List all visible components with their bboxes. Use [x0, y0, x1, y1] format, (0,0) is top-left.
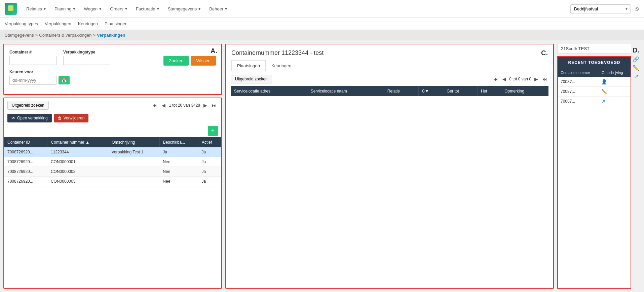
col-beschikbaar: Beschikba...: [159, 137, 198, 147]
nav-wegen[interactable]: Wegen ▼: [80, 4, 105, 13]
section-d-label: D.: [633, 46, 639, 54]
c-col-relatie: Relatie: [384, 86, 418, 96]
breadcrumb-current: Verpakkingen: [97, 33, 125, 38]
date-input[interactable]: [9, 76, 56, 85]
facturatie-arrow-icon: ▼: [156, 7, 160, 11]
c-col-c: C▼: [418, 86, 443, 96]
table-row[interactable]: 7008726920... CON0000003 Nee Ja: [4, 177, 221, 186]
add-btn-container: +: [4, 124, 221, 137]
containers-table: Container ID Container nummer ▲ Omschrij…: [4, 137, 221, 186]
c-table: Servicelocatie adres Servicelocatie naam…: [231, 86, 548, 96]
last-page-button[interactable]: ⏭: [211, 102, 218, 109]
table-row[interactable]: 7008726920... CON0000001 Nee Ja: [4, 157, 221, 167]
uitgebreid-zoeken-button[interactable]: Uitgebreid zoeken: [7, 101, 49, 110]
first-page-button[interactable]: ⏮: [151, 102, 158, 109]
nav-facturatie[interactable]: Facturatie ▼: [132, 4, 163, 13]
recent-cell-omschrijving: ↗: [599, 97, 630, 106]
cell-nummer: 11223344: [47, 147, 108, 157]
cell-id: 7008726920...: [4, 167, 47, 177]
pagination-b: ⏮ ◀ 1 tot 20 van 3428 ▶ ⏭: [151, 102, 218, 109]
recent-cell-nummer: 70087...: [558, 77, 599, 87]
recent-list-item[interactable]: 70087... ↗: [558, 97, 631, 106]
calendar-icon: 📅: [61, 78, 67, 83]
col-container-id: Container ID: [4, 137, 47, 147]
nav-planning[interactable]: Planning ▼: [51, 4, 79, 13]
container-field-group: Container #: [9, 50, 56, 65]
section-c-header: Containernummer 11223344 - test C.: [226, 44, 553, 57]
c-uitgebreid-zoeken-button[interactable]: Uitgebreid zoeken: [231, 75, 272, 83]
section-d-top: 21South TEST: [557, 44, 631, 53]
bedrijf-select[interactable]: Bedrijfsafval: [570, 4, 631, 13]
table-row[interactable]: 7008726920... CON0000002 Nee Ja: [4, 167, 221, 177]
logout-icon[interactable]: ⎋: [634, 4, 640, 14]
section-a-search: A. Container # Verpakkingstype Zoeken Wi…: [3, 44, 222, 95]
breadcrumb-containers[interactable]: Containers & verpakkingen: [39, 33, 91, 38]
prev-page-button[interactable]: ◀: [160, 102, 167, 109]
subnav-keuringen[interactable]: Keuringen: [78, 21, 98, 27]
table-row[interactable]: 7008726920... 11223344 Verpakking Test 1…: [4, 147, 221, 157]
subnav-verpakking-types[interactable]: Verpakking types: [5, 21, 38, 27]
add-row-button[interactable]: +: [208, 126, 218, 136]
stamgegevens-arrow-icon: ▼: [198, 7, 201, 11]
recent-col-omschrijving: Omschrijving: [599, 68, 630, 77]
breadcrumb: Stamgegevens > Containers & verpakkingen…: [0, 30, 644, 40]
cell-actief: Ja: [198, 167, 221, 177]
cell-nummer: CON0000003: [47, 177, 108, 186]
c-col-hut: Hut: [478, 86, 501, 96]
cell-beschikbaar: Nee: [159, 157, 198, 167]
section-c: Containernummer 11223344 - test C. Plaat…: [225, 44, 554, 289]
c-col-servicelocatie-naam: Servicelocatie naam: [307, 86, 384, 96]
tab-plaatsingen[interactable]: Plaatsingen: [231, 60, 266, 71]
recent-row-icon-1[interactable]: ✏️: [601, 89, 607, 94]
beheer-arrow-icon: ▼: [224, 7, 228, 11]
nav-relaties[interactable]: Relaties ▼: [23, 4, 50, 13]
col-actief: Actief: [198, 137, 221, 147]
edit-icon[interactable]: ✏️: [633, 65, 639, 71]
container-input[interactable]: [9, 56, 56, 65]
recent-cell-nummer: 70087...: [558, 87, 599, 97]
recent-list-item[interactable]: 70087... ✏️: [558, 87, 631, 97]
verwijderen-button[interactable]: 🗑 Verwijderen: [54, 114, 89, 122]
top-navigation: Relaties ▼ Planning ▼ Wegen ▼ Orders ▼ F…: [0, 0, 644, 18]
breadcrumb-sep2: >: [93, 33, 96, 38]
c-first-page[interactable]: ⏮: [492, 76, 499, 82]
app-logo[interactable]: [4, 2, 17, 15]
far-right-panel: 21South TEST RECENT TOEGEVOEGD Containe …: [557, 44, 631, 289]
next-page-button[interactable]: ▶: [202, 102, 209, 109]
cell-actief: Ja: [198, 177, 221, 186]
c-next-page[interactable]: ▶: [533, 76, 539, 82]
share-icon-1[interactable]: 🔗: [633, 56, 639, 63]
right-panel: Containernummer 11223344 - test C. Plaat…: [225, 44, 554, 289]
zoeken-button[interactable]: Zoeken: [163, 56, 189, 66]
verpakkingstype-input[interactable]: [63, 56, 110, 65]
wegen-arrow-icon: ▼: [99, 7, 102, 11]
nav-beheer[interactable]: Beheer ▼: [206, 4, 231, 13]
planning-arrow-icon: ▼: [72, 7, 76, 11]
cell-actief: Ja: [198, 157, 221, 167]
tab-keuringen[interactable]: Keuringen: [266, 60, 297, 71]
orders-arrow-icon: ▼: [124, 7, 128, 11]
cell-beschikbaar: Nee: [159, 177, 198, 186]
form-row-2: Keuren voor 📅: [9, 70, 216, 85]
sub-navigation: Verpakking types Verpakkingen Keuringen …: [0, 18, 644, 30]
open-verpakking-button[interactable]: 👁 Open verpakking: [7, 114, 52, 122]
subnav-verpakkingen[interactable]: Verpakkingen: [45, 21, 71, 27]
page-info-b: 1 tot 20 van 3428: [169, 103, 200, 108]
wissen-button[interactable]: Wissen: [191, 56, 216, 66]
share-icon-2[interactable]: ↗: [634, 73, 638, 79]
nav-orders[interactable]: Orders ▼: [107, 4, 131, 13]
nav-stamgegevens[interactable]: Stamgegevens ▼: [164, 4, 205, 13]
recent-row-icon-2[interactable]: ↗: [601, 99, 605, 104]
bedrijf-select-wrap: Bedrijfsafval: [570, 4, 631, 13]
subnav-plaatsingen[interactable]: Plaatsingen: [105, 21, 127, 27]
cell-omschrijving: [108, 167, 160, 177]
breadcrumb-stamgegevens[interactable]: Stamgegevens: [5, 33, 34, 38]
container-label: Container #: [9, 50, 56, 54]
c-prev-page[interactable]: ◀: [501, 76, 507, 82]
recent-cell-omschrijving: 👤: [599, 77, 630, 87]
recent-list-item[interactable]: 70087... 👤: [558, 77, 631, 87]
calendar-button[interactable]: 📅: [59, 76, 70, 84]
c-last-page[interactable]: ⏭: [541, 76, 548, 82]
verpakkingstype-label: Verpakkingstype: [63, 50, 110, 54]
recent-row-icon-0[interactable]: 👤: [601, 79, 607, 84]
